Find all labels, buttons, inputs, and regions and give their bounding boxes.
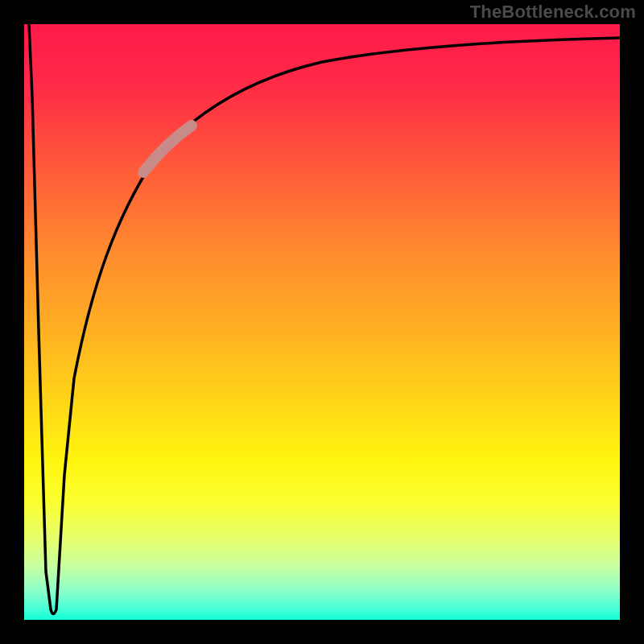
- highlight-marker: [143, 126, 192, 172]
- watermark-text: TheBottleneck.com: [470, 2, 636, 23]
- curve-svg: [24, 24, 620, 620]
- chart-frame: TheBottleneck.com: [0, 0, 644, 644]
- plot-area: [24, 24, 620, 620]
- bottleneck-curve: [29, 24, 620, 614]
